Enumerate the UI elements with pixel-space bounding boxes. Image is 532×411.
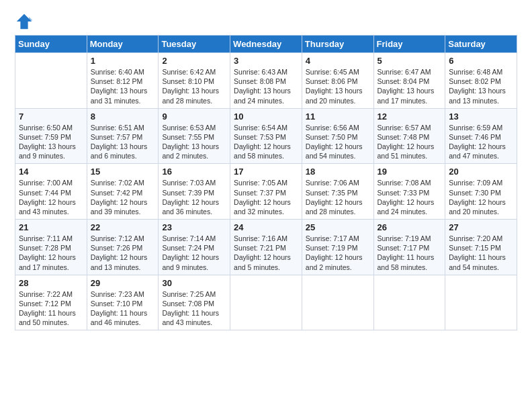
calendar-cell: 1Sunrise: 6:40 AMSunset: 8:12 PMDaylight… <box>87 53 159 109</box>
day-header-thursday: Thursday <box>302 36 373 53</box>
calendar-cell: 26Sunrise: 7:19 AMSunset: 7:17 PMDayligh… <box>373 220 445 275</box>
day-number: 29 <box>91 278 155 288</box>
calendar-cell: 27Sunrise: 7:20 AMSunset: 7:15 PMDayligh… <box>445 220 517 275</box>
calendar-cell: 15Sunrise: 7:02 AMSunset: 7:42 PMDayligh… <box>87 164 159 220</box>
cell-info: Sunrise: 7:11 AMSunset: 7:28 PMDaylight:… <box>19 234 83 272</box>
cell-info: Sunrise: 7:17 AMSunset: 7:19 PMDaylight:… <box>306 234 370 272</box>
day-number: 28 <box>19 278 83 288</box>
cell-info: Sunrise: 6:56 AMSunset: 7:50 PMDaylight:… <box>306 123 370 161</box>
cell-info: Sunrise: 7:06 AMSunset: 7:35 PMDaylight:… <box>306 178 370 216</box>
day-number: 13 <box>449 111 513 122</box>
cell-info: Sunrise: 6:43 AMSunset: 8:08 PMDaylight:… <box>234 67 298 105</box>
day-number: 5 <box>378 56 442 66</box>
header <box>15 12 517 31</box>
day-header-monday: Monday <box>87 36 159 53</box>
day-number: 1 <box>91 56 155 66</box>
calendar-header-row: SundayMondayTuesdayWednesdayThursdayFrid… <box>15 36 517 53</box>
calendar-cell: 4Sunrise: 6:45 AMSunset: 8:06 PMDaylight… <box>302 53 373 109</box>
cell-info: Sunrise: 7:00 AMSunset: 7:44 PMDaylight:… <box>19 178 83 216</box>
cell-info: Sunrise: 7:08 AMSunset: 7:33 PMDaylight:… <box>378 178 442 216</box>
calendar-cell <box>373 275 445 330</box>
svg-marker-0 <box>17 14 32 29</box>
day-number: 10 <box>234 111 298 122</box>
calendar-cell: 20Sunrise: 7:09 AMSunset: 7:30 PMDayligh… <box>445 164 517 220</box>
calendar-cell <box>445 275 517 330</box>
calendar-cell: 11Sunrise: 6:56 AMSunset: 7:50 PMDayligh… <box>302 108 373 164</box>
calendar-week-row: 7Sunrise: 6:50 AMSunset: 7:59 PMDaylight… <box>15 108 517 164</box>
cell-info: Sunrise: 7:09 AMSunset: 7:30 PMDaylight:… <box>449 178 513 216</box>
day-number: 14 <box>19 167 83 177</box>
calendar-cell: 30Sunrise: 7:25 AMSunset: 7:08 PMDayligh… <box>159 275 230 330</box>
calendar-cell: 12Sunrise: 6:57 AMSunset: 7:48 PMDayligh… <box>373 108 445 164</box>
calendar-cell <box>302 275 373 330</box>
day-header-sunday: Sunday <box>15 36 87 53</box>
calendar-cell: 21Sunrise: 7:11 AMSunset: 7:28 PMDayligh… <box>15 220 87 275</box>
cell-info: Sunrise: 6:48 AMSunset: 8:02 PMDaylight:… <box>449 67 513 105</box>
day-header-wednesday: Wednesday <box>230 36 302 53</box>
calendar-cell: 9Sunrise: 6:53 AMSunset: 7:55 PMDaylight… <box>159 108 230 164</box>
day-number: 12 <box>378 111 442 122</box>
day-header-saturday: Saturday <box>445 36 517 53</box>
day-number: 26 <box>378 222 442 232</box>
calendar-cell: 7Sunrise: 6:50 AMSunset: 7:59 PMDaylight… <box>15 108 87 164</box>
calendar-cell: 5Sunrise: 6:47 AMSunset: 8:04 PMDaylight… <box>373 53 445 109</box>
calendar-week-row: 1Sunrise: 6:40 AMSunset: 8:12 PMDaylight… <box>15 53 517 109</box>
day-number: 3 <box>234 56 298 66</box>
cell-info: Sunrise: 7:19 AMSunset: 7:17 PMDaylight:… <box>378 234 442 272</box>
day-number: 25 <box>306 222 370 232</box>
calendar-cell: 6Sunrise: 6:48 AMSunset: 8:02 PMDaylight… <box>445 53 517 109</box>
page: SundayMondayTuesdayWednesdayThursdayFrid… <box>0 0 532 411</box>
day-number: 11 <box>306 111 370 122</box>
day-number: 18 <box>306 167 370 177</box>
calendar-cell: 3Sunrise: 6:43 AMSunset: 8:08 PMDaylight… <box>230 53 302 109</box>
day-number: 20 <box>449 167 513 177</box>
calendar-cell: 24Sunrise: 7:16 AMSunset: 7:21 PMDayligh… <box>230 220 302 275</box>
day-number: 19 <box>378 167 442 177</box>
day-number: 17 <box>234 167 298 177</box>
day-number: 21 <box>19 222 83 232</box>
calendar-week-row: 14Sunrise: 7:00 AMSunset: 7:44 PMDayligh… <box>15 164 517 220</box>
cell-info: Sunrise: 6:59 AMSunset: 7:46 PMDaylight:… <box>449 123 513 161</box>
cell-info: Sunrise: 7:23 AMSunset: 7:10 PMDaylight:… <box>91 289 155 328</box>
calendar-cell: 14Sunrise: 7:00 AMSunset: 7:44 PMDayligh… <box>15 164 87 220</box>
day-number: 2 <box>162 56 226 66</box>
calendar-cell: 16Sunrise: 7:03 AMSunset: 7:39 PMDayligh… <box>159 164 230 220</box>
calendar-cell <box>15 53 87 109</box>
cell-info: Sunrise: 6:51 AMSunset: 7:57 PMDaylight:… <box>91 123 155 161</box>
day-number: 22 <box>91 222 155 232</box>
cell-info: Sunrise: 7:16 AMSunset: 7:21 PMDaylight:… <box>234 234 298 272</box>
logo <box>15 12 35 31</box>
logo-icon <box>15 12 34 31</box>
calendar-cell: 10Sunrise: 6:54 AMSunset: 7:53 PMDayligh… <box>230 108 302 164</box>
cell-info: Sunrise: 7:25 AMSunset: 7:08 PMDaylight:… <box>162 289 226 328</box>
cell-info: Sunrise: 7:03 AMSunset: 7:39 PMDaylight:… <box>162 178 226 216</box>
calendar: SundayMondayTuesdayWednesdayThursdayFrid… <box>15 35 517 330</box>
calendar-cell: 19Sunrise: 7:08 AMSunset: 7:33 PMDayligh… <box>373 164 445 220</box>
day-number: 8 <box>91 111 155 122</box>
cell-info: Sunrise: 6:50 AMSunset: 7:59 PMDaylight:… <box>19 123 83 161</box>
calendar-cell: 18Sunrise: 7:06 AMSunset: 7:35 PMDayligh… <box>302 164 373 220</box>
cell-info: Sunrise: 6:54 AMSunset: 7:53 PMDaylight:… <box>234 123 298 161</box>
cell-info: Sunrise: 6:45 AMSunset: 8:06 PMDaylight:… <box>306 67 370 105</box>
day-number: 27 <box>449 222 513 232</box>
calendar-cell: 23Sunrise: 7:14 AMSunset: 7:24 PMDayligh… <box>159 220 230 275</box>
day-number: 15 <box>91 167 155 177</box>
day-header-tuesday: Tuesday <box>159 36 230 53</box>
cell-info: Sunrise: 7:14 AMSunset: 7:24 PMDaylight:… <box>162 234 226 272</box>
day-number: 4 <box>306 56 370 66</box>
day-number: 7 <box>19 111 83 122</box>
calendar-cell: 13Sunrise: 6:59 AMSunset: 7:46 PMDayligh… <box>445 108 517 164</box>
calendar-week-row: 21Sunrise: 7:11 AMSunset: 7:28 PMDayligh… <box>15 220 517 275</box>
day-header-friday: Friday <box>373 36 445 53</box>
calendar-cell: 22Sunrise: 7:12 AMSunset: 7:26 PMDayligh… <box>87 220 159 275</box>
cell-info: Sunrise: 7:05 AMSunset: 7:37 PMDaylight:… <box>234 178 298 216</box>
cell-info: Sunrise: 7:20 AMSunset: 7:15 PMDaylight:… <box>449 234 513 272</box>
day-number: 16 <box>162 167 226 177</box>
calendar-cell: 8Sunrise: 6:51 AMSunset: 7:57 PMDaylight… <box>87 108 159 164</box>
day-number: 6 <box>449 56 513 66</box>
day-number: 30 <box>162 278 226 288</box>
calendar-cell: 25Sunrise: 7:17 AMSunset: 7:19 PMDayligh… <box>302 220 373 275</box>
cell-info: Sunrise: 7:02 AMSunset: 7:42 PMDaylight:… <box>91 178 155 216</box>
cell-info: Sunrise: 6:42 AMSunset: 8:10 PMDaylight:… <box>162 67 226 105</box>
calendar-cell: 17Sunrise: 7:05 AMSunset: 7:37 PMDayligh… <box>230 164 302 220</box>
